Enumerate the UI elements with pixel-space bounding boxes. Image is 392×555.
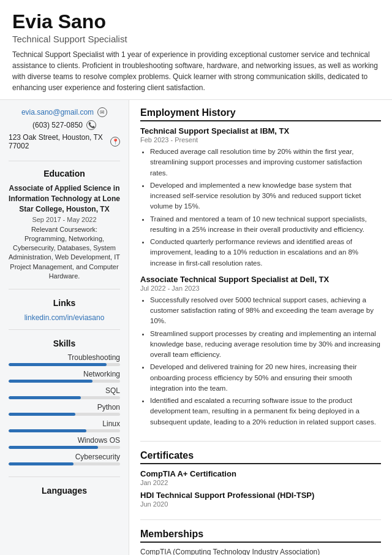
linkedin-item: linkedin.com/in/eviasano [9,313,120,322]
job-bullet: Developed and implemented a new knowledg… [150,180,381,212]
cert-name: CompTIA A+ Certification [140,469,381,478]
candidate-title: Technical Support Specialist [12,34,380,44]
job-bullets: Reduced average call resolution time by … [140,147,381,269]
main-content: Employment History Technical Support Spe… [129,99,392,555]
membership-item: CompTIA (Computing Technology Industry A… [140,548,381,555]
skill-name: SQL [9,386,120,395]
skill-item: Linux [9,419,120,432]
contact-email-item: evia.sano@gmail.com ✉ [9,107,120,117]
skill-bar-fill [9,462,74,465]
skill-item: Troubleshooting [9,353,120,366]
contact-section: evia.sano@gmail.com ✉ (603) 527-0850 📞 1… [9,107,120,161]
coursework-text: Programming, Networking, Cybersecurity, … [9,234,120,281]
header-section: Evia Sano Technical Support Specialist T… [0,0,392,99]
skill-bar-fill [9,363,107,366]
skill-bar-fill [9,380,92,383]
job-date: Feb 2023 - Present [140,136,381,144]
employment-section: Employment History Technical Support Spe… [140,107,381,442]
skill-item: SQL [9,386,120,399]
candidate-name: Evia Sano [12,11,380,33]
memberships-container: CompTIA (Computing Technology Industry A… [140,548,381,555]
coursework-label: Relevant Coursework: [9,226,120,233]
languages-title: Languages [9,486,120,496]
skill-bar-fill [9,396,81,399]
contact-address-item: 123 Oak Street, Houston, TX 77002 📍 [9,133,120,150]
links-title: Links [9,298,120,308]
skill-item: Cybersecurity [9,453,120,465]
job-bullet: Identified and escalated a recurring sof… [150,396,381,427]
skill-item: Networking [9,370,120,383]
skills-title: Skills [9,339,120,348]
education-date: Sep 2017 - May 2022 [9,216,120,223]
cert-date: Jun 2020 [140,500,381,508]
cert-date: Jan 2022 [140,479,381,486]
skill-bar [9,446,120,449]
job-bullet: Reduced average call resolution time by … [150,147,381,178]
skill-name: Linux [9,419,120,428]
education-degree: Associate of Applied Science in Informat… [9,183,120,214]
employment-title: Employment History [140,107,381,121]
linkedin-link[interactable]: linkedin.com/in/eviasano [24,313,105,322]
job-bullets: Successfully resolved over 5000 technica… [140,295,381,427]
certificates-section: Certificates CompTIA A+ Certification Ja… [140,450,381,520]
body-section: evia.sano@gmail.com ✉ (603) 527-0850 📞 1… [0,99,392,555]
skill-item: Python [9,403,120,416]
email-link[interactable]: evia.sano@gmail.com [21,108,94,117]
job-bullet: Developed and delivered training for 20 … [150,362,381,394]
skills-container: Troubleshooting Networking SQL Python Li… [9,353,120,465]
skill-bar-fill [9,446,98,449]
education-section: Education Associate of Applied Science i… [9,169,120,289]
job-date: Jul 2022 - Jan 2023 [140,285,381,292]
job-entry: Associate Technical Support Specialist a… [140,275,381,427]
job-bullet: Successfully resolved over 5000 technica… [150,295,381,327]
skill-bar [9,396,120,399]
resume-page: Evia Sano Technical Support Specialist T… [0,0,392,555]
skill-name: Python [9,403,120,411]
jobs-container: Technical Support Specialist at IBM, TX … [140,126,381,427]
skill-name: Troubleshooting [9,353,120,362]
skill-bar [9,363,120,366]
candidate-summary: Technical Support Specialist with 1 year… [12,49,380,93]
phone-icon: 📞 [86,120,96,130]
skill-bar [9,413,120,416]
cert-name: HDI Technical Support Professional (HDI-… [140,491,381,500]
links-section: Links linkedin.com/in/eviasano [9,298,120,330]
skill-name: Networking [9,370,120,378]
skill-bar-fill [9,429,86,432]
memberships-section: Memberships CompTIA (Computing Technolog… [140,529,381,555]
skill-bar [9,462,120,465]
cert-entry: CompTIA A+ Certification Jan 2022 [140,469,381,486]
job-title: Associate Technical Support Specialist a… [140,275,381,284]
education-title: Education [9,169,120,178]
languages-section: Languages [9,486,120,508]
job-bullet: Streamlined support processes by creatin… [150,329,381,361]
sidebar: evia.sano@gmail.com ✉ (603) 527-0850 📞 1… [0,99,129,555]
job-bullet: Conducted quarterly performance reviews … [150,237,381,269]
memberships-title: Memberships [140,529,381,543]
job-entry: Technical Support Specialist at IBM, TX … [140,126,381,269]
job-title: Technical Support Specialist at IBM, TX [140,126,381,136]
skill-name: Windows OS [9,436,120,445]
address-text: 123 Oak Street, Houston, TX 77002 [9,133,107,150]
location-icon: 📍 [110,137,120,147]
certificates-title: Certificates [140,450,381,464]
skills-section: Skills Troubleshooting Networking SQL Py… [9,339,120,477]
email-icon: ✉ [97,107,107,117]
contact-phone-item: (603) 527-0850 📞 [9,120,120,130]
skill-bar [9,380,120,383]
skill-name: Cybersecurity [9,453,120,461]
cert-entry: HDI Technical Support Professional (HDI-… [140,491,381,508]
phone-text: (603) 527-0850 [32,121,83,129]
skill-bar-fill [9,413,75,416]
certs-container: CompTIA A+ Certification Jan 2022 HDI Te… [140,469,381,508]
job-bullet: Trained and mentored a team of 10 new te… [150,214,381,235]
skill-bar [9,429,120,432]
skill-item: Windows OS [9,436,120,449]
